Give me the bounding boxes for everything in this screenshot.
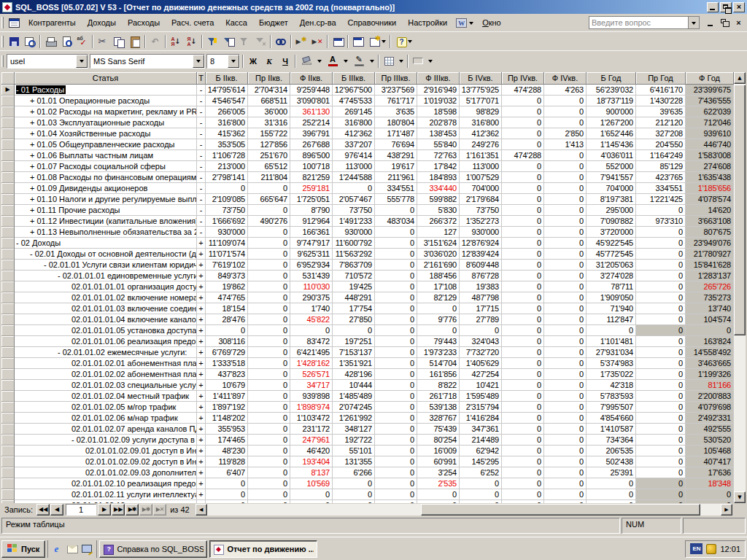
table-cell[interactable]: 427'254 xyxy=(460,369,502,380)
cell-statya[interactable]: + 01.06 Выплаты частным лицам xyxy=(15,150,197,161)
table-cell[interactable]: 127'856 xyxy=(248,139,290,150)
next-record-button[interactable] xyxy=(98,504,111,516)
cell-type[interactable]: + xyxy=(197,424,206,435)
table-cell[interactable]: 45'772'545 xyxy=(587,249,636,260)
table-cell[interactable]: 0 xyxy=(248,249,290,260)
table-cell[interactable]: 0 xyxy=(375,446,417,456)
table-cell[interactable]: 155'722 xyxy=(248,128,290,139)
table-cell[interactable]: 0 xyxy=(544,216,587,227)
table-cell[interactable]: 0 xyxy=(502,281,544,292)
table-cell[interactable]: 0 xyxy=(636,446,686,456)
table-cell[interactable]: 1'351'921 xyxy=(333,358,375,369)
table-cell[interactable]: 1'485'489 xyxy=(333,391,375,402)
record-number-input[interactable] xyxy=(66,504,96,516)
cell-type[interactable]: - xyxy=(197,150,206,161)
row-selector[interactable] xyxy=(1,216,15,227)
table-cell[interactable]: 0 xyxy=(544,249,587,260)
table-cell[interactable]: 0 xyxy=(375,489,417,500)
table-cell[interactable]: 0 xyxy=(544,358,587,369)
column-header[interactable]: Пр IIкв. xyxy=(248,72,290,85)
table-cell[interactable]: 0 xyxy=(248,238,290,249)
table-cell[interactable]: 17'842 xyxy=(417,161,460,172)
table-cell[interactable]: 0 xyxy=(502,347,544,358)
table-cell[interactable]: 474'288 xyxy=(502,85,544,96)
table-cell[interactable]: 0 xyxy=(502,216,544,227)
table-cell[interactable]: 712'046 xyxy=(686,117,734,128)
menu-item-rashody[interactable]: Расходы xyxy=(122,16,166,29)
table-cell[interactable]: 930'000 xyxy=(206,227,248,238)
cell-statya[interactable]: + 01.03 Эксплуатационные расходы xyxy=(15,117,197,128)
table-cell[interactable]: 0 xyxy=(544,172,587,183)
table-cell[interactable]: 19'617 xyxy=(375,161,417,172)
table-cell[interactable]: 0 xyxy=(636,424,686,435)
table-cell[interactable]: 1'199'326 xyxy=(686,369,734,380)
table-cell[interactable]: 0 xyxy=(636,249,686,260)
row-selector[interactable] xyxy=(1,281,15,292)
table-cell[interactable]: 3'254 xyxy=(417,467,460,478)
table-cell[interactable]: 42'318 xyxy=(587,380,636,391)
table-cell[interactable]: 0 xyxy=(544,96,587,106)
database-find-button[interactable] xyxy=(22,34,38,49)
table-cell[interactable]: 197'251 xyxy=(333,336,375,347)
table-cell[interactable]: 0 xyxy=(375,347,417,358)
table-cell[interactable]: 79'443 xyxy=(417,336,460,347)
delete-record-button[interactable] xyxy=(309,34,325,49)
table-cell[interactable]: 316'800 xyxy=(333,117,375,128)
table-cell[interactable]: 0 xyxy=(502,435,544,446)
table-cell[interactable]: 668'511 xyxy=(248,96,290,106)
table-cell[interactable]: 622'039 xyxy=(686,106,734,117)
cell-statya[interactable]: 02.01.01.02.11 услуги интеллектуаль xyxy=(15,489,197,500)
table-cell[interactable]: 412'362 xyxy=(460,128,502,139)
table-cell[interactable]: 0 xyxy=(636,238,686,249)
table-cell[interactable]: 0 xyxy=(248,446,290,456)
table-cell[interactable]: 0 xyxy=(375,303,417,314)
table-cell[interactable]: 0 xyxy=(502,205,544,216)
table-cell[interactable]: 0 xyxy=(248,325,290,336)
font-color-button[interactable]: А xyxy=(324,54,341,69)
table-cell[interactable]: 0 xyxy=(206,489,248,500)
table-cell[interactable]: 0 xyxy=(636,435,686,446)
table-cell[interactable]: 0 xyxy=(206,478,248,489)
table-cell[interactable]: 0 xyxy=(502,424,544,435)
table-cell[interactable]: 0 xyxy=(248,435,290,446)
table-cell[interactable]: 83'472 xyxy=(290,336,333,347)
menu-item-nastroyki[interactable]: Настройки xyxy=(402,16,453,29)
table-cell[interactable]: 7'619'102 xyxy=(206,260,248,271)
table-cell[interactable]: 1'185'656 xyxy=(686,183,734,194)
row-selector[interactable] xyxy=(1,303,15,314)
table-cell[interactable]: 0 xyxy=(502,128,544,139)
table-cell[interactable]: 514'704 xyxy=(417,358,460,369)
table-cell[interactable]: 412'362 xyxy=(333,128,375,139)
toolbar-grip[interactable] xyxy=(1,36,4,47)
cell-type[interactable]: - xyxy=(197,139,206,150)
table-cell[interactable]: 0 xyxy=(544,161,587,172)
table-cell[interactable]: 1'333'518 xyxy=(206,358,248,369)
table-cell[interactable]: 10'444 xyxy=(333,380,375,391)
table-cell[interactable]: 174'465 xyxy=(206,435,248,446)
table-cell[interactable]: 0 xyxy=(502,456,544,467)
table-cell[interactable]: 0 xyxy=(248,260,290,271)
table-cell[interactable]: 704'000 xyxy=(587,183,636,194)
row-selector[interactable] xyxy=(1,161,15,172)
table-cell[interactable]: 446'740 xyxy=(686,139,734,150)
table-cell[interactable]: 0 xyxy=(636,369,686,380)
table-cell[interactable]: 0 xyxy=(502,96,544,106)
table-cell[interactable]: 19'383 xyxy=(460,281,502,292)
column-header[interactable]: Б IVкв. xyxy=(460,72,502,85)
table-cell[interactable]: 2'535 xyxy=(417,478,460,489)
table-cell[interactable]: 269'145 xyxy=(333,106,375,117)
table-cell[interactable]: 9'259'448 xyxy=(290,85,333,96)
table-cell[interactable]: 487'798 xyxy=(460,292,502,303)
table-cell[interactable]: 0 xyxy=(544,446,587,456)
horizontal-scroll-thumb[interactable] xyxy=(421,504,700,516)
column-header[interactable]: Т xyxy=(197,72,206,85)
table-cell[interactable]: 12'967'500 xyxy=(333,85,375,96)
table-cell[interactable]: 21'780'927 xyxy=(686,249,734,260)
table-cell[interactable]: 930'000 xyxy=(333,227,375,238)
table-cell[interactable]: 10'679 xyxy=(206,380,248,391)
cell-type[interactable]: + xyxy=(197,369,206,380)
cell-statya[interactable]: + 01.07 Расходы социальной сферы xyxy=(15,161,197,172)
table-cell[interactable]: 308'116 xyxy=(206,336,248,347)
table-cell[interactable]: 259'181 xyxy=(290,183,333,194)
table-cell[interactable]: 0 xyxy=(375,369,417,380)
